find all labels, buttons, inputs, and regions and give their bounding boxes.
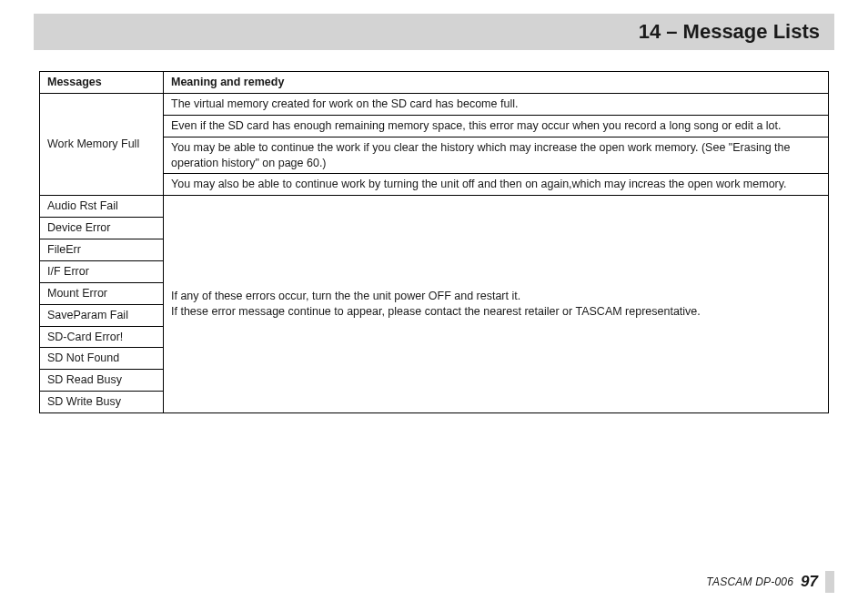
meaning-cell: You may be able to continue the work if … [164, 137, 829, 174]
message-table: Messages Meaning and remedy Work Memory … [39, 71, 829, 413]
msg-mount-error: Mount Error [40, 282, 164, 304]
msg-sd-write-busy: SD Write Busy [40, 392, 164, 413]
col-header-meaning: Meaning and remedy [164, 72, 829, 94]
page: 14 – Message Lists Messages Meaning and … [0, 0, 868, 611]
msg-sd-not-found: SD Not Found [40, 348, 164, 370]
table-row: Work Memory Full The virtual memory crea… [40, 93, 829, 115]
table-header-row: Messages Meaning and remedy [40, 72, 829, 94]
footer-page-number: 97 [801, 572, 818, 593]
msg-saveparam-fail: SaveParam Fail [40, 304, 164, 326]
table-row: Audio Rst Fail If any of these errors oc… [40, 196, 829, 218]
meaning-group-cell: If any of these errors occur, turn the t… [164, 196, 829, 413]
meaning-line: If these error message continue to appea… [171, 304, 823, 320]
meaning-cell: You may also be able to continue work by… [164, 174, 829, 196]
msg-if-error: I/F Error [40, 260, 164, 282]
section-title: 14 – Message Lists [639, 18, 820, 46]
msg-sd-read-busy: SD Read Busy [40, 370, 164, 392]
msg-audio-rst-fail: Audio Rst Fail [40, 196, 164, 218]
msg-sdcard-error: SD-Card Error! [40, 326, 164, 348]
col-header-messages: Messages [40, 72, 164, 94]
msg-fileerr: FileErr [40, 239, 164, 261]
meaning-line: If any of these errors occur, turn the t… [171, 289, 823, 304]
page-footer: TASCAM DP-006 97 [706, 571, 834, 593]
footer-index-tab [825, 571, 834, 593]
meaning-cell: The virtual memory created for work on t… [164, 93, 829, 115]
meaning-cell: Even if the SD card has enough remaining… [164, 115, 829, 137]
msg-work-memory-full: Work Memory Full [40, 93, 164, 195]
msg-device-error: Device Error [40, 218, 164, 239]
message-table-container: Messages Meaning and remedy Work Memory … [39, 71, 829, 413]
footer-product-label: TASCAM DP-006 [706, 575, 793, 589]
section-header: 14 – Message Lists [34, 14, 834, 50]
